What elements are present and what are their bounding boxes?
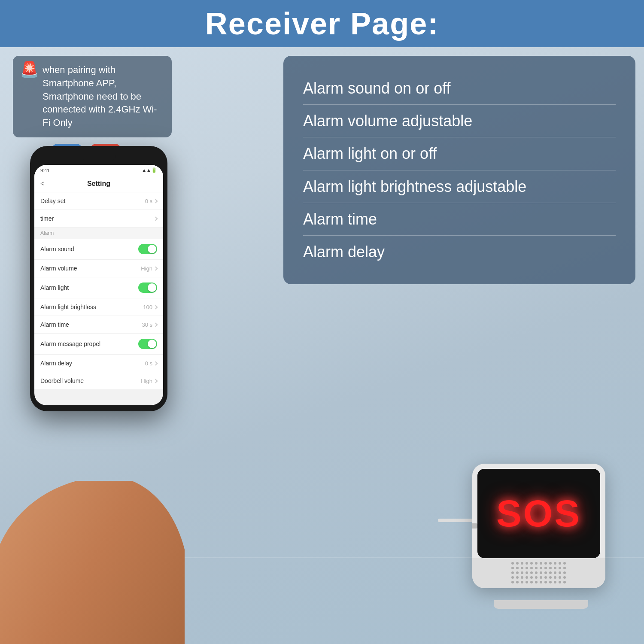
feature-item-1: Alarm sound on or off bbox=[303, 72, 616, 105]
feature-item-4: Alarm light brightness adjustable bbox=[303, 170, 616, 203]
alarm-message-toggle[interactable] bbox=[138, 339, 157, 349]
alarm-sound-toggle[interactable] bbox=[138, 244, 157, 254]
hand-shape bbox=[0, 481, 185, 644]
phone-screen: 9:41 ▲▲🔋 < Setting Delay set 0 s timer A… bbox=[34, 165, 163, 405]
delay-set-label: Delay set bbox=[40, 197, 65, 204]
alarm-light-brightness-row[interactable]: Alarm light brightless 100 bbox=[34, 298, 163, 316]
alarm-light-brightness-label: Alarm light brightless bbox=[40, 304, 96, 310]
sos-cable bbox=[438, 519, 477, 522]
screen-title: Setting bbox=[87, 180, 110, 188]
doorbell-volume-label: Doorbell volume bbox=[40, 377, 84, 384]
phone-body: 9:41 ▲▲🔋 < Setting Delay set 0 s timer A… bbox=[30, 146, 167, 411]
phone-mockup: 9:41 ▲▲🔋 < Setting Delay set 0 s timer A… bbox=[26, 146, 172, 411]
sos-display-screen: SOS bbox=[477, 469, 600, 558]
timer-row[interactable]: timer bbox=[34, 210, 163, 228]
doorbell-volume-row[interactable]: Doorbell volume High bbox=[34, 372, 163, 390]
alarm-volume-value: High bbox=[141, 265, 157, 272]
sos-device-base bbox=[494, 600, 588, 609]
feature-item-3: Alarm light on or off bbox=[303, 137, 616, 170]
warning-content: 🚨 when pairing with Smartphone APP, Smar… bbox=[20, 64, 163, 130]
alarm-time-row[interactable]: Alarm time 30 s bbox=[34, 316, 163, 334]
alarm-time-label: Alarm time bbox=[40, 321, 69, 328]
alarm-light-label: Alarm light bbox=[40, 284, 69, 291]
alarm-sound-label: Alarm sound bbox=[40, 246, 74, 252]
sos-device: SOS WiFi bbox=[472, 464, 610, 601]
sos-speaker-area bbox=[472, 558, 605, 588]
alarm-section-header: Alarm bbox=[34, 228, 163, 239]
sos-display-text: SOS bbox=[496, 492, 581, 535]
status-time: 9:41 bbox=[40, 168, 49, 173]
header-bar: Receiver Page: bbox=[0, 0, 644, 47]
timer-label: timer bbox=[40, 215, 54, 222]
alarm-message-row[interactable]: Alarm message propel bbox=[34, 334, 163, 355]
back-button[interactable]: < bbox=[40, 180, 44, 188]
timer-value bbox=[153, 217, 157, 220]
alarm-volume-label: Alarm volume bbox=[40, 265, 77, 272]
feature-item-2: Alarm volume adjustable bbox=[303, 105, 616, 137]
features-panel: Alarm sound on or off Alarm volume adjus… bbox=[283, 56, 635, 284]
alarm-sound-row[interactable]: Alarm sound bbox=[34, 239, 163, 260]
warning-text: when pairing with Smartphone APP, Smartp… bbox=[43, 64, 163, 130]
warning-icon: 🚨 bbox=[20, 62, 39, 77]
phone-statusbar: 9:41 ▲▲🔋 bbox=[34, 165, 163, 176]
page-title: Receiver Page: bbox=[205, 6, 439, 41]
alarm-volume-row[interactable]: Alarm volume High bbox=[34, 260, 163, 277]
alarm-delay-label: Alarm delay bbox=[40, 360, 72, 367]
alarm-light-toggle[interactable] bbox=[138, 283, 157, 293]
phone-notch bbox=[82, 152, 116, 161]
phone-navbar: < Setting bbox=[34, 176, 163, 192]
alarm-message-label: Alarm message propel bbox=[40, 340, 100, 347]
sos-port bbox=[472, 523, 477, 529]
doorbell-volume-value: High bbox=[141, 378, 157, 384]
alarm-light-row[interactable]: Alarm light bbox=[34, 277, 163, 298]
sos-speaker-grid bbox=[511, 562, 567, 584]
alarm-delay-value: 0 s bbox=[145, 360, 157, 367]
feature-item-5: Alarm time bbox=[303, 203, 616, 236]
hand-area bbox=[0, 481, 185, 644]
delay-set-row[interactable]: Delay set 0 s bbox=[34, 192, 163, 210]
alarm-time-value: 30 s bbox=[142, 322, 157, 328]
feature-item-6: Alarm delay bbox=[303, 236, 616, 268]
alarm-light-brightness-value: 100 bbox=[143, 304, 157, 310]
delay-set-value: 0 s bbox=[145, 198, 157, 204]
alarm-delay-row[interactable]: Alarm delay 0 s bbox=[34, 355, 163, 372]
warning-box: 🚨 when pairing with Smartphone APP, Smar… bbox=[13, 56, 172, 137]
sos-device-body: SOS WiFi bbox=[472, 464, 605, 588]
status-icons: ▲▲🔋 bbox=[142, 167, 157, 173]
